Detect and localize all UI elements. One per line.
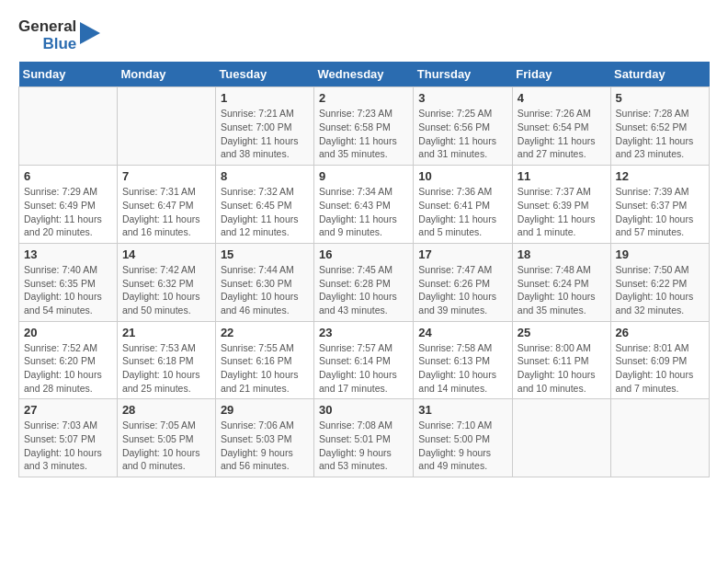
day-number: 27: [24, 403, 112, 417]
day-number: 5: [616, 91, 704, 105]
calendar-cell: 18Sunrise: 7:48 AM Sunset: 6:24 PM Dayli…: [512, 243, 610, 321]
day-info: Sunrise: 7:44 AM Sunset: 6:30 PM Dayligh…: [221, 263, 309, 317]
day-number: 16: [319, 247, 408, 261]
day-info: Sunrise: 7:37 AM Sunset: 6:39 PM Dayligh…: [518, 185, 606, 239]
day-number: 22: [221, 326, 309, 339]
day-number: 28: [122, 403, 210, 417]
calendar-cell: 27Sunrise: 7:03 AM Sunset: 5:07 PM Dayli…: [19, 399, 118, 477]
day-info: Sunrise: 7:29 AM Sunset: 6:49 PM Dayligh…: [24, 185, 112, 239]
day-info: Sunrise: 7:57 AM Sunset: 6:14 PM Dayligh…: [319, 341, 408, 396]
calendar-cell: 29Sunrise: 7:06 AM Sunset: 5:03 PM Dayli…: [215, 399, 313, 477]
day-number: 1: [221, 91, 309, 105]
calendar-cell: 5Sunrise: 7:28 AM Sunset: 6:52 PM Daylig…: [610, 87, 709, 166]
day-info: Sunrise: 7:58 AM Sunset: 6:13 PM Dayligh…: [418, 341, 507, 396]
calendar-cell: 8Sunrise: 7:32 AM Sunset: 6:45 PM Daylig…: [215, 166, 313, 244]
day-info: Sunrise: 7:48 AM Sunset: 6:24 PM Dayligh…: [518, 263, 606, 317]
day-info: Sunrise: 7:10 AM Sunset: 5:00 PM Dayligh…: [418, 419, 507, 473]
calendar-cell: 2Sunrise: 7:23 AM Sunset: 6:58 PM Daylig…: [314, 87, 414, 166]
calendar-cell: 25Sunrise: 8:00 AM Sunset: 6:11 PM Dayli…: [512, 321, 610, 399]
weekday-header: Thursday: [414, 62, 513, 87]
weekday-header: Wednesday: [314, 62, 414, 87]
calendar-week-row: 27Sunrise: 7:03 AM Sunset: 5:07 PM Dayli…: [19, 399, 710, 477]
day-number: 18: [518, 247, 606, 261]
day-info: Sunrise: 7:21 AM Sunset: 7:00 PM Dayligh…: [221, 107, 309, 161]
day-info: Sunrise: 7:23 AM Sunset: 6:58 PM Dayligh…: [319, 107, 408, 161]
day-info: Sunrise: 7:31 AM Sunset: 6:47 PM Dayligh…: [122, 185, 210, 239]
logo-triangle-icon: [80, 22, 100, 50]
weekday-header: Monday: [117, 62, 215, 87]
day-number: 3: [418, 91, 507, 105]
day-info: Sunrise: 7:03 AM Sunset: 5:07 PM Dayligh…: [24, 419, 112, 473]
calendar-cell: 20Sunrise: 7:52 AM Sunset: 6:20 PM Dayli…: [19, 321, 118, 399]
day-info: Sunrise: 7:28 AM Sunset: 6:52 PM Dayligh…: [616, 107, 704, 161]
calendar-header: SundayMondayTuesdayWednesdayThursdayFrid…: [19, 62, 710, 87]
day-info: Sunrise: 7:55 AM Sunset: 6:16 PM Dayligh…: [221, 341, 309, 396]
calendar-cell: 22Sunrise: 7:55 AM Sunset: 6:16 PM Dayli…: [215, 321, 313, 399]
logo-general-text: General: [18, 18, 76, 36]
day-number: 2: [319, 91, 408, 105]
calendar-cell: 1Sunrise: 7:21 AM Sunset: 7:00 PM Daylig…: [215, 87, 313, 166]
day-info: Sunrise: 8:01 AM Sunset: 6:09 PM Dayligh…: [616, 341, 704, 396]
weekday-header: Tuesday: [215, 62, 313, 87]
day-number: 20: [24, 326, 112, 339]
day-info: Sunrise: 7:05 AM Sunset: 5:05 PM Dayligh…: [122, 419, 210, 473]
day-info: Sunrise: 7:53 AM Sunset: 6:18 PM Dayligh…: [122, 341, 210, 396]
logo: General Blue: [18, 18, 100, 52]
day-info: Sunrise: 7:45 AM Sunset: 6:28 PM Dayligh…: [319, 263, 408, 317]
calendar-cell: 24Sunrise: 7:58 AM Sunset: 6:13 PM Dayli…: [414, 321, 513, 399]
day-number: 29: [221, 403, 309, 417]
calendar-cell: 12Sunrise: 7:39 AM Sunset: 6:37 PM Dayli…: [610, 166, 709, 244]
weekday-header: Saturday: [610, 62, 709, 87]
calendar-cell: [610, 399, 709, 477]
calendar-cell: 15Sunrise: 7:44 AM Sunset: 6:30 PM Dayli…: [215, 243, 313, 321]
calendar-week-row: 6Sunrise: 7:29 AM Sunset: 6:49 PM Daylig…: [19, 166, 710, 244]
day-info: Sunrise: 7:25 AM Sunset: 6:56 PM Dayligh…: [418, 107, 507, 161]
day-info: Sunrise: 7:50 AM Sunset: 6:22 PM Dayligh…: [616, 263, 704, 317]
day-number: 21: [122, 326, 210, 339]
weekday-header: Friday: [512, 62, 610, 87]
day-info: Sunrise: 7:52 AM Sunset: 6:20 PM Dayligh…: [24, 341, 112, 396]
calendar-cell: 16Sunrise: 7:45 AM Sunset: 6:28 PM Dayli…: [314, 243, 414, 321]
day-number: 7: [122, 169, 210, 183]
day-info: Sunrise: 7:40 AM Sunset: 6:35 PM Dayligh…: [24, 263, 112, 317]
calendar-cell: 4Sunrise: 7:26 AM Sunset: 6:54 PM Daylig…: [512, 87, 610, 166]
day-info: Sunrise: 7:34 AM Sunset: 6:43 PM Dayligh…: [319, 185, 408, 239]
calendar-table: SundayMondayTuesdayWednesdayThursdayFrid…: [18, 62, 710, 477]
calendar-cell: 10Sunrise: 7:36 AM Sunset: 6:41 PM Dayli…: [414, 166, 513, 244]
calendar-cell: 30Sunrise: 7:08 AM Sunset: 5:01 PM Dayli…: [314, 399, 414, 477]
day-info: Sunrise: 7:36 AM Sunset: 6:41 PM Dayligh…: [418, 185, 507, 239]
calendar-cell: 26Sunrise: 8:01 AM Sunset: 6:09 PM Dayli…: [610, 321, 709, 399]
day-number: 31: [418, 403, 507, 417]
calendar-week-row: 1Sunrise: 7:21 AM Sunset: 7:00 PM Daylig…: [19, 87, 710, 166]
day-number: 23: [319, 326, 408, 339]
day-info: Sunrise: 8:00 AM Sunset: 6:11 PM Dayligh…: [518, 341, 606, 396]
day-info: Sunrise: 7:06 AM Sunset: 5:03 PM Dayligh…: [221, 419, 309, 473]
calendar-cell: 14Sunrise: 7:42 AM Sunset: 6:32 PM Dayli…: [117, 243, 215, 321]
day-number: 30: [319, 403, 408, 417]
day-info: Sunrise: 7:32 AM Sunset: 6:45 PM Dayligh…: [221, 185, 309, 239]
calendar-cell: 19Sunrise: 7:50 AM Sunset: 6:22 PM Dayli…: [610, 243, 709, 321]
day-number: 17: [418, 247, 507, 261]
calendar-cell: 23Sunrise: 7:57 AM Sunset: 6:14 PM Dayli…: [314, 321, 414, 399]
day-number: 15: [221, 247, 309, 261]
calendar-cell: 17Sunrise: 7:47 AM Sunset: 6:26 PM Dayli…: [414, 243, 513, 321]
calendar-cell: 7Sunrise: 7:31 AM Sunset: 6:47 PM Daylig…: [117, 166, 215, 244]
calendar-cell: 31Sunrise: 7:10 AM Sunset: 5:00 PM Dayli…: [414, 399, 513, 477]
calendar-week-row: 20Sunrise: 7:52 AM Sunset: 6:20 PM Dayli…: [19, 321, 710, 399]
calendar-cell: 6Sunrise: 7:29 AM Sunset: 6:49 PM Daylig…: [19, 166, 118, 244]
day-info: Sunrise: 7:26 AM Sunset: 6:54 PM Dayligh…: [518, 107, 606, 161]
day-number: 24: [418, 326, 507, 339]
day-info: Sunrise: 7:39 AM Sunset: 6:37 PM Dayligh…: [616, 185, 704, 239]
calendar-cell: 28Sunrise: 7:05 AM Sunset: 5:05 PM Dayli…: [117, 399, 215, 477]
day-number: 19: [616, 247, 704, 261]
day-number: 25: [518, 326, 606, 339]
day-number: 13: [24, 247, 112, 261]
svg-marker-0: [80, 22, 100, 44]
calendar-cell: [117, 87, 215, 166]
calendar-cell: [512, 399, 610, 477]
day-number: 10: [418, 169, 507, 183]
calendar-cell: 9Sunrise: 7:34 AM Sunset: 6:43 PM Daylig…: [314, 166, 414, 244]
calendar-cell: 21Sunrise: 7:53 AM Sunset: 6:18 PM Dayli…: [117, 321, 215, 399]
day-number: 6: [24, 169, 112, 183]
calendar-cell: 11Sunrise: 7:37 AM Sunset: 6:39 PM Dayli…: [512, 166, 610, 244]
